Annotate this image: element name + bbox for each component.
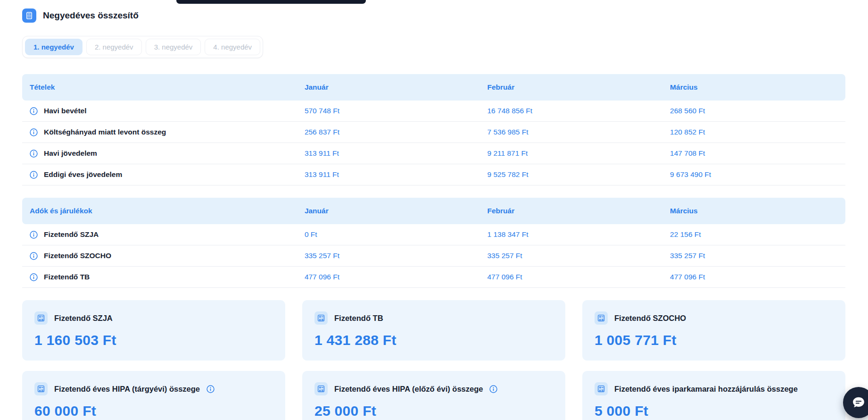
row-label: Fizetendő TB xyxy=(44,273,90,281)
info-icon[interactable] xyxy=(207,385,215,393)
items-table: Tételek Január Február Március Havi bevé… xyxy=(22,74,845,185)
summary-card-amount: 1 431 288 Ft xyxy=(314,332,553,348)
cell-value: 313 911 Ft xyxy=(305,149,488,158)
calculate-icon xyxy=(595,311,608,325)
cell-value: 9 673 490 Ft xyxy=(670,170,845,179)
cell-value: 9 525 782 Ft xyxy=(487,170,670,179)
summary-card-chamber-contribution: Fizetendő éves iparkamarai hozzájárulás … xyxy=(582,371,845,420)
summary-card-amount: 5 000 Ft xyxy=(595,403,833,419)
column-header-february: Február xyxy=(487,83,670,92)
row-label: Fizetendő SZOCHO xyxy=(44,252,111,260)
summary-card-szja: Fizetendő SZJA 1 160 503 Ft xyxy=(22,300,285,361)
calculate-icon xyxy=(314,311,328,325)
column-header-march: Március xyxy=(670,207,845,215)
tab-quarter-1[interactable]: 1. negyedév xyxy=(25,39,83,55)
calculate-icon xyxy=(34,382,48,395)
info-icon[interactable] xyxy=(30,231,38,239)
calculate-icon xyxy=(314,382,328,395)
summary-card-label: Fizetendő éves iparkamarai hozzájárulás … xyxy=(614,385,798,394)
page-title: Negyedéves összesítő xyxy=(43,10,139,21)
info-icon[interactable] xyxy=(30,171,38,179)
summary-card-label: Fizetendő SZOCHO xyxy=(614,314,686,323)
cell-value: 477 096 Ft xyxy=(305,273,488,281)
tab-quarter-2[interactable]: 2. negyedév xyxy=(86,39,142,55)
column-header-january: Január xyxy=(305,83,488,92)
cell-value: 147 708 Ft xyxy=(670,149,845,158)
calculator-icon xyxy=(22,8,36,23)
table-title-tetelek: Tételek xyxy=(22,83,305,92)
top-bar-remnant xyxy=(176,0,366,4)
items-table-header: Tételek Január Február Március xyxy=(22,74,845,101)
page-header: Negyedéves összesítő xyxy=(22,8,845,23)
cell-value: 7 536 985 Ft xyxy=(487,128,670,136)
column-header-february: Február xyxy=(487,207,670,215)
cell-value: 313 911 Ft xyxy=(305,170,488,179)
cell-value: 335 257 Ft xyxy=(670,252,845,260)
row-label: Eddigi éves jövedelem xyxy=(44,170,122,179)
info-icon[interactable] xyxy=(30,128,38,136)
chat-icon xyxy=(851,395,866,410)
summary-cards-row-1: Fizetendő SZJA 1 160 503 Ft Fizetendő TB… xyxy=(22,300,845,361)
quarterly-summary-page: Negyedéves összesítő 1. negyedév 2. negy… xyxy=(0,0,868,420)
summary-card-amount: 1 005 771 Ft xyxy=(595,332,833,348)
calculate-icon xyxy=(34,311,48,325)
summary-card-label: Fizetendő éves HIPA (előző évi) összege xyxy=(334,385,483,394)
table-row: Fizetendő SZOCHO 335 257 Ft 335 257 Ft 3… xyxy=(22,245,845,267)
summary-card-hipa-current: Fizetendő éves HIPA (tárgyévi) összege 6… xyxy=(22,371,285,420)
cell-value: 570 748 Ft xyxy=(305,107,488,115)
summary-card-szocho: Fizetendő SZOCHO 1 005 771 Ft xyxy=(582,300,845,361)
info-icon[interactable] xyxy=(30,273,38,281)
taxes-table: Adók és járulékok Január Február Március… xyxy=(22,198,845,288)
summary-card-label: Fizetendő éves HIPA (tárgyévi) összege xyxy=(54,385,200,394)
cell-value: 256 837 Ft xyxy=(305,128,488,136)
row-label: Költséghányad miatt levont összeg xyxy=(44,128,166,136)
summary-card-label: Fizetendő SZJA xyxy=(54,314,113,323)
info-icon[interactable] xyxy=(30,107,38,115)
cell-value: 0 Ft xyxy=(305,230,488,239)
row-label: Fizetendő SZJA xyxy=(44,230,99,239)
table-row: Költséghányad miatt levont összeg 256 83… xyxy=(22,122,845,143)
summary-cards-row-2: Fizetendő éves HIPA (tárgyévi) összege 6… xyxy=(22,371,845,420)
cell-value: 268 560 Ft xyxy=(670,107,845,115)
calculate-icon xyxy=(595,382,608,395)
table-row: Fizetendő TB 477 096 Ft 477 096 Ft 477 0… xyxy=(22,267,845,288)
table-row: Havi jövedelem 313 911 Ft 9 211 871 Ft 1… xyxy=(22,143,845,164)
info-icon[interactable] xyxy=(30,150,38,158)
summary-card-amount: 25 000 Ft xyxy=(314,403,553,419)
row-label: Havi jövedelem xyxy=(44,149,97,158)
column-header-march: Március xyxy=(670,83,845,92)
table-title-adok: Adók és járulékok xyxy=(22,207,305,215)
tab-quarter-3[interactable]: 3. negyedév xyxy=(146,39,201,55)
column-header-january: Január xyxy=(305,207,488,215)
cell-value: 477 096 Ft xyxy=(487,273,670,281)
summary-card-label: Fizetendő TB xyxy=(334,314,383,323)
cell-value: 9 211 871 Ft xyxy=(487,149,670,158)
cell-value: 335 257 Ft xyxy=(305,252,488,260)
table-row: Havi bevétel 570 748 Ft 16 748 856 Ft 26… xyxy=(22,101,845,122)
taxes-table-header: Adók és járulékok Január Február Március xyxy=(22,198,845,224)
row-label: Havi bevétel xyxy=(44,107,86,115)
summary-card-hipa-previous: Fizetendő éves HIPA (előző évi) összege … xyxy=(302,371,565,420)
cell-value: 16 748 856 Ft xyxy=(487,107,670,115)
summary-card-amount: 60 000 Ft xyxy=(34,403,273,419)
cell-value: 477 096 Ft xyxy=(670,273,845,281)
summary-card-amount: 1 160 503 Ft xyxy=(34,332,273,348)
table-row: Eddigi éves jövedelem 313 911 Ft 9 525 7… xyxy=(22,164,845,185)
cell-value: 335 257 Ft xyxy=(487,252,670,260)
info-icon[interactable] xyxy=(489,385,497,393)
summary-card-tb: Fizetendő TB 1 431 288 Ft xyxy=(302,300,565,361)
cell-value: 1 138 347 Ft xyxy=(487,230,670,239)
cell-value: 22 156 Ft xyxy=(670,230,845,239)
quarter-tabs: 1. negyedév 2. negyedév 3. negyedév 4. n… xyxy=(22,36,263,58)
tab-quarter-4[interactable]: 4. negyedév xyxy=(205,39,260,55)
cell-value: 120 852 Ft xyxy=(670,128,845,136)
table-row: Fizetendő SZJA 0 Ft 1 138 347 Ft 22 156 … xyxy=(22,224,845,245)
info-icon[interactable] xyxy=(30,252,38,260)
